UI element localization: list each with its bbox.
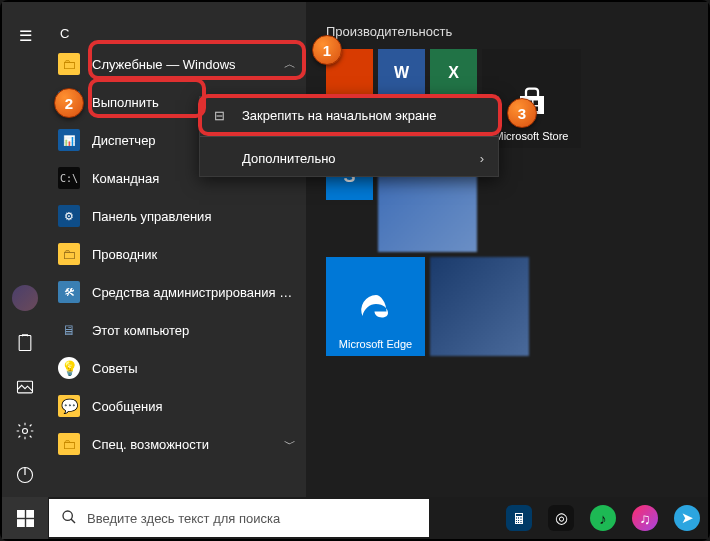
- app-label: Средства администрирования Wi...: [92, 285, 296, 300]
- tile-excel[interactable]: X: [430, 49, 477, 96]
- app-label: Служебные — Windows: [92, 57, 278, 72]
- app-system-tools[interactable]: 🗀 Служебные — Windows ︿: [48, 45, 306, 83]
- hamburger-icon[interactable]: ☰: [19, 27, 32, 45]
- svg-point-13: [63, 511, 72, 520]
- ctx-label: Дополнительно: [242, 151, 336, 166]
- chevron-up-icon: ︿: [284, 56, 296, 73]
- app-explorer[interactable]: 🗀 Проводник: [48, 235, 306, 273]
- app-label: Спец. возможности: [92, 437, 278, 452]
- letter-heading[interactable]: С: [48, 22, 306, 45]
- app-this-pc[interactable]: 🖥 Этот компьютер: [48, 311, 306, 349]
- task-manager-icon: 📊: [58, 129, 80, 151]
- taskbar-calculator[interactable]: 🖩: [498, 497, 540, 539]
- start-rail: ☰: [2, 2, 48, 497]
- search-placeholder: Введите здесь текст для поиска: [87, 511, 280, 526]
- svg-rect-10: [26, 510, 34, 518]
- tile-obscured[interactable]: [430, 257, 529, 356]
- pc-icon: 🖥: [58, 319, 80, 341]
- windows-icon: [17, 510, 34, 527]
- chevron-down-icon: ﹀: [284, 436, 296, 453]
- folder-icon: 🗀: [58, 53, 80, 75]
- app-label: Проводник: [92, 247, 296, 262]
- power-icon[interactable]: [13, 463, 37, 487]
- edge-icon: [358, 292, 394, 328]
- app-control-panel[interactable]: ⚙ Панель управления: [48, 197, 306, 235]
- taskbar: Введите здесь текст для поиска 🖩 ◎ ♪ ♫ ➤: [2, 497, 708, 539]
- svg-rect-9: [17, 510, 25, 518]
- svg-point-2: [23, 429, 28, 434]
- tile-word[interactable]: W: [378, 49, 425, 96]
- cmd-icon: C:\: [58, 167, 80, 189]
- chevron-right-icon: ›: [480, 151, 484, 166]
- admin-tools-icon: 🛠: [58, 281, 80, 303]
- documents-icon[interactable]: [13, 331, 37, 355]
- app-label: Этот компьютер: [92, 323, 296, 338]
- tile-label: Microsoft Edge: [339, 338, 412, 350]
- app-admin-tools[interactable]: 🛠 Средства администрирования Wi...: [48, 273, 306, 311]
- badge-three: 3: [507, 98, 537, 128]
- badge-two: 2: [54, 88, 84, 118]
- ctx-label: Закрепить на начальном экране: [242, 108, 437, 123]
- tile-edge[interactable]: Microsoft Edge: [326, 257, 425, 356]
- explorer-icon: 🗀: [58, 243, 80, 265]
- settings-icon[interactable]: [13, 419, 37, 443]
- start-button[interactable]: [2, 497, 48, 539]
- ctx-more[interactable]: Дополнительно ›: [200, 140, 498, 176]
- app-messages[interactable]: 💬 Сообщения: [48, 387, 306, 425]
- svg-rect-0: [19, 336, 31, 351]
- control-panel-icon: ⚙: [58, 205, 80, 227]
- pin-icon: ⊟: [214, 108, 232, 123]
- svg-rect-11: [17, 519, 25, 527]
- pictures-icon[interactable]: [13, 375, 37, 399]
- taskbar-app-circle[interactable]: ◎: [540, 497, 582, 539]
- context-menu: ⊟ Закрепить на начальном экране Дополнит…: [199, 96, 499, 177]
- svg-rect-12: [26, 519, 34, 527]
- separator: [200, 136, 498, 137]
- app-tips[interactable]: 💡 Советы: [48, 349, 306, 387]
- ctx-pin-to-start[interactable]: ⊟ Закрепить на начальном экране: [200, 97, 498, 133]
- app-label: Советы: [92, 361, 296, 376]
- app-accessibility[interactable]: 🗀 Спец. возможности ﹀: [48, 425, 306, 463]
- app-label: Сообщения: [92, 399, 296, 414]
- user-avatar-icon[interactable]: [12, 285, 38, 311]
- tile-group-title[interactable]: Производительность: [326, 24, 688, 39]
- badge-one: 1: [312, 35, 342, 65]
- messages-icon: 💬: [58, 395, 80, 417]
- taskbar-spotify[interactable]: ♪: [582, 497, 624, 539]
- search-icon: [61, 509, 77, 528]
- search-input[interactable]: Введите здесь текст для поиска: [49, 499, 429, 537]
- taskbar-telegram[interactable]: ➤: [666, 497, 708, 539]
- app-label: Панель управления: [92, 209, 296, 224]
- folder-icon: 🗀: [58, 433, 80, 455]
- app-list: С 🗀 Служебные — Windows ︿ ▭ Выполнить 📊 …: [48, 2, 306, 497]
- taskbar-itunes[interactable]: ♫: [624, 497, 666, 539]
- tile-label: Microsoft Store: [495, 130, 569, 142]
- tips-icon: 💡: [58, 357, 80, 379]
- tile-area: Производительность W X A N Microsoft Sto…: [306, 2, 708, 497]
